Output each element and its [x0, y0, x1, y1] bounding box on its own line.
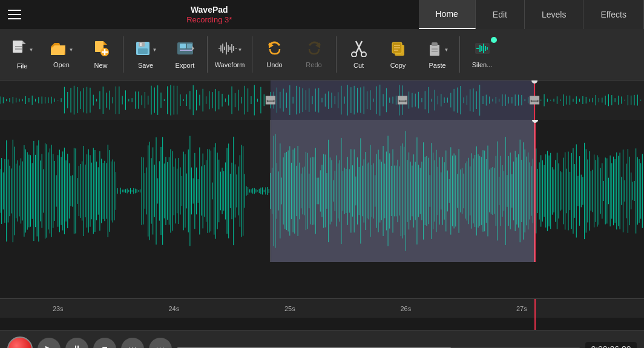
open-button[interactable]: ▼ Open	[42, 32, 81, 77]
undo-icon	[266, 41, 283, 59]
open-label: Open	[53, 61, 70, 68]
silence-button[interactable]: Silen...	[462, 32, 502, 77]
silence-status-dot	[491, 37, 497, 43]
next-button[interactable]: ⏭	[149, 338, 172, 349]
silence-icon	[474, 41, 491, 59]
export-icon	[176, 40, 194, 59]
main-waveform-canvas[interactable]	[0, 120, 644, 262]
waveform-button[interactable]: ▼ Waveform	[210, 32, 249, 77]
new-label: New	[94, 62, 107, 69]
silence-label: Silen...	[472, 61, 493, 68]
export-button[interactable]: Export	[165, 32, 205, 77]
file-button[interactable]: ▼ File	[2, 32, 42, 77]
save-label: Save	[138, 62, 153, 69]
undo-label: Undo	[266, 61, 282, 68]
paste-label: Paste	[429, 62, 445, 69]
timeline-26s: 26s	[400, 305, 411, 312]
svg-rect-13	[140, 43, 142, 46]
header: WavePad Recording 3* Home Edit Levels Ef…	[0, 0, 644, 29]
svg-rect-12	[138, 48, 148, 54]
redo-icon	[306, 41, 323, 59]
svg-rect-41	[432, 42, 438, 46]
cut-button[interactable]: Cut	[339, 32, 378, 77]
file-arrow: ▼	[29, 47, 34, 53]
timeline-27s: 27s	[516, 305, 527, 312]
sep2	[207, 36, 208, 73]
playhead-overflow	[0, 318, 644, 330]
tab-effects[interactable]: Effects	[583, 0, 644, 29]
copy-button[interactable]: Copy	[378, 32, 418, 77]
timeline-playhead	[534, 299, 536, 318]
record-button[interactable]	[7, 337, 33, 349]
copy-icon	[390, 40, 407, 59]
play-button[interactable]: ▶	[38, 338, 61, 349]
open-arrow: ▼	[69, 47, 74, 53]
cut-icon	[351, 40, 367, 59]
nav-tabs: Home Edit Levels Effects	[419, 0, 645, 29]
paste-arrow: ▼	[444, 47, 449, 53]
svg-rect-16	[187, 44, 192, 48]
svg-rect-17	[180, 50, 192, 51]
sep1	[123, 36, 123, 73]
timeline: 23s 24s 25s 26s 27s	[0, 298, 644, 318]
timeline-25s: 25s	[284, 305, 295, 312]
waveform-overview[interactable]	[0, 80, 644, 120]
timeline-24s: 24s	[168, 305, 179, 312]
cut-label: Cut	[353, 62, 364, 69]
save-button[interactable]: ▼ Save	[126, 32, 165, 77]
overview-canvas	[0, 80, 644, 120]
undo-button[interactable]: Undo	[255, 32, 294, 77]
playback-bar: ▶ ⏸ ■ ⏮ ⏭ 0:00:26.80	[0, 330, 644, 348]
playhead-below	[534, 318, 536, 330]
redo-label: Redo	[306, 61, 321, 68]
app-title: WavePad Recording 3*	[0, 5, 419, 24]
waveform-section	[0, 120, 644, 298]
waveform-icon	[217, 41, 237, 59]
svg-rect-43	[432, 51, 438, 52]
svg-rect-40	[430, 45, 439, 56]
prev-button[interactable]: ⏮	[121, 338, 144, 349]
svg-point-33	[352, 52, 356, 57]
new-button[interactable]: New	[81, 32, 120, 77]
sep4	[336, 36, 337, 73]
waveform-arrow: ▼	[238, 47, 243, 53]
copy-label: Copy	[390, 62, 406, 69]
toolbar: ▼ File ▼ Open	[0, 29, 644, 80]
file-label: File	[17, 62, 28, 70]
export-label: Export	[176, 62, 195, 69]
time-display: 0:00:26.80	[585, 342, 637, 349]
timeline-23s: 23s	[53, 305, 64, 312]
waveform-label: Waveform	[215, 61, 245, 68]
svg-rect-42	[432, 48, 438, 50]
app-name-label: WavePad	[0, 5, 419, 15]
svg-marker-1	[22, 41, 26, 44]
tab-edit[interactable]: Edit	[476, 0, 525, 29]
sep3	[252, 36, 252, 73]
svg-rect-15	[180, 44, 186, 48]
save-icon	[134, 40, 151, 59]
svg-marker-6	[104, 41, 107, 45]
paste-icon	[426, 40, 443, 59]
stop-button[interactable]: ■	[93, 338, 116, 349]
tab-levels[interactable]: Levels	[525, 0, 583, 29]
new-icon	[93, 40, 110, 59]
pause-button[interactable]: ⏸	[65, 338, 88, 349]
file-icon	[11, 39, 28, 60]
sep5	[459, 36, 460, 73]
open-icon	[50, 41, 68, 59]
tab-home[interactable]: Home	[419, 0, 476, 29]
save-arrow: ▼	[153, 47, 157, 53]
recording-name-label: Recording 3*	[0, 15, 419, 25]
redo-button[interactable]: Redo	[294, 32, 334, 77]
svg-point-34	[361, 52, 366, 57]
paste-button[interactable]: ▼ Paste	[418, 32, 457, 77]
